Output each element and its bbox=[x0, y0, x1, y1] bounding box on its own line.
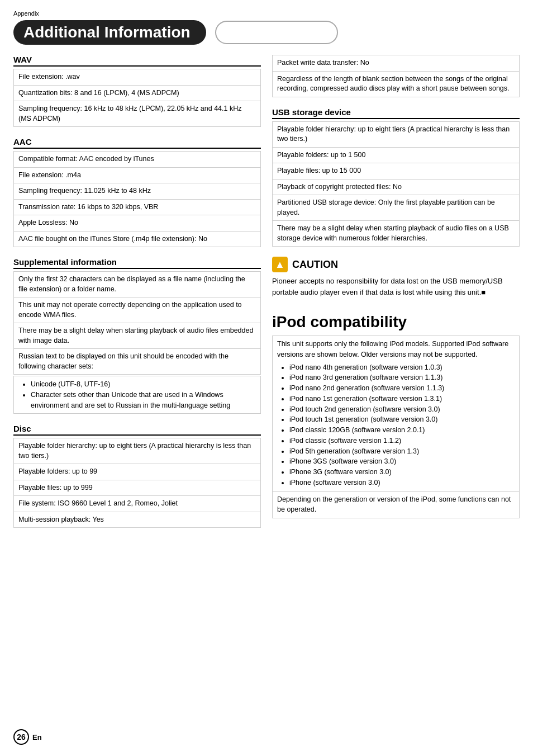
usb-cell: Playback of copyright protected files: N… bbox=[273, 179, 520, 195]
aac-cell: Transmission rate: 16 kbps to 320 kbps, … bbox=[14, 199, 261, 215]
table-row: Partitioned USB storage device: Only the… bbox=[273, 195, 520, 221]
table-row: Playback of copyright protected files: N… bbox=[273, 179, 520, 195]
supplemental-bullet-list: Unicode (UTF-8, UTF-16)Character sets ot… bbox=[31, 379, 256, 410]
list-item: iPod nano 1st generation (software versi… bbox=[289, 394, 515, 404]
ipod-section: iPod compatibility This unit supports on… bbox=[272, 313, 520, 518]
table-row: This unit supports only the following iP… bbox=[273, 336, 520, 492]
list-item: iPod nano 2nd generation (software versi… bbox=[289, 383, 515, 394]
page-lang-label: En bbox=[32, 733, 42, 741]
ipod-table: This unit supports only the following iP… bbox=[272, 336, 520, 518]
table-row: Sampling frequency: 11.025 kHz to 48 kHz bbox=[14, 183, 261, 200]
appendix-label: Appendix bbox=[13, 10, 520, 17]
supplemental-cell: There may be a slight delay when startin… bbox=[14, 323, 261, 349]
disc-continued-table: Packet write data transfer: NoRegardless… bbox=[272, 55, 520, 97]
page-number: 26 bbox=[13, 729, 29, 745]
disc-continued-cell: Packet write data transfer: No bbox=[273, 55, 520, 72]
ipod-title: iPod compatibility bbox=[272, 313, 520, 331]
supplemental-bullets-cell: Unicode (UTF-8, UTF-16)Character sets ot… bbox=[13, 376, 261, 414]
disc-cell: Playable folder hierarchy: up to eight t… bbox=[14, 438, 261, 464]
list-item: iPhone (software version 3.0) bbox=[289, 478, 515, 488]
supplemental-table: Only the first 32 characters can be disp… bbox=[13, 271, 261, 375]
disc-cell: File system: ISO 9660 Level 1 and 2, Rom… bbox=[14, 496, 261, 512]
usb-cell: Playable folder hierarchy: up to eight t… bbox=[273, 121, 520, 147]
list-item: iPod classic 120GB (software version 2.0… bbox=[289, 425, 515, 436]
list-item: iPod 5th generation (software version 1.… bbox=[289, 446, 515, 457]
left-column: WAV File extension: .wavQuantization bit… bbox=[13, 55, 261, 529]
wav-cell: Sampling frequency: 16 kHz to 48 kHz (LP… bbox=[14, 101, 261, 127]
table-row: Only the first 32 characters can be disp… bbox=[14, 272, 261, 297]
list-item: Character sets other than Unicode that a… bbox=[31, 390, 256, 411]
list-item: iPhone 3GS (software version 3.0) bbox=[289, 456, 515, 467]
table-row: There may be a slight delay when startin… bbox=[14, 323, 261, 349]
table-row: Playable folders: up to 99 bbox=[14, 464, 261, 480]
aac-cell: AAC file bought on the iTunes Store (.m4… bbox=[14, 231, 261, 247]
usb-title: USB storage device bbox=[272, 107, 520, 117]
table-row: Quantization bits: 8 and 16 (LPCM), 4 (M… bbox=[14, 85, 261, 101]
page-number-area: 26 En bbox=[13, 729, 42, 745]
disc-title: Disc bbox=[13, 424, 261, 433]
table-row: Multi-session playback: Yes bbox=[14, 512, 261, 528]
caution-text: Pioneer accepts no responsibility for da… bbox=[272, 276, 520, 297]
usb-cell: Playable folders: up to 1 500 bbox=[273, 147, 520, 163]
disc-cell: Playable folders: up to 99 bbox=[14, 464, 261, 480]
caution-title: ▲ CAUTION bbox=[272, 257, 520, 272]
wav-cell: Quantization bits: 8 and 16 (LPCM), 4 (M… bbox=[14, 85, 261, 101]
list-item: iPhone 3G (software version 3.0) bbox=[289, 467, 515, 478]
ipod-intro-cell: This unit supports only the following iP… bbox=[273, 336, 520, 492]
supplemental-cell: Russian text to be displayed on this uni… bbox=[14, 349, 261, 375]
ipod-models-list: iPod nano 4th generation (software versi… bbox=[289, 362, 515, 488]
aac-cell: Sampling frequency: 11.025 kHz to 48 kHz bbox=[14, 183, 261, 200]
wav-table: File extension: .wavQuantization bits: 8… bbox=[13, 69, 261, 127]
usb-cell: Playable files: up to 15 000 bbox=[273, 163, 520, 179]
wav-title: WAV bbox=[13, 55, 261, 64]
table-row: File extension: .m4a bbox=[14, 167, 261, 183]
table-row: Playable files: up to 15 000 bbox=[273, 163, 520, 179]
disc-continued-cell: Regardless of the length of blank sectio… bbox=[273, 71, 520, 97]
caution-box: ▲ CAUTION Pioneer accepts no responsibil… bbox=[272, 257, 520, 297]
ipod-footer-cell: Depending on the generation or version o… bbox=[273, 491, 520, 518]
table-row: Apple Lossless: No bbox=[14, 215, 261, 231]
supplemental-cell: This unit may not operate correctly depe… bbox=[14, 297, 261, 323]
usb-table: Playable folder hierarchy: up to eight t… bbox=[272, 121, 520, 247]
table-row: Sampling frequency: 16 kHz to 48 kHz (LP… bbox=[14, 101, 261, 127]
table-row: Playable folder hierarchy: up to eight t… bbox=[273, 121, 520, 147]
table-row: Playable files: up to 999 bbox=[14, 480, 261, 496]
disc-cell: Playable files: up to 999 bbox=[14, 480, 261, 496]
list-item: iPod nano 3rd generation (software versi… bbox=[289, 372, 515, 383]
aac-cell: File extension: .m4a bbox=[14, 167, 261, 183]
usb-cell: There may be a slight delay when startin… bbox=[273, 221, 520, 247]
table-row: File system: ISO 9660 Level 1 and 2, Rom… bbox=[14, 496, 261, 512]
table-row: Depending on the generation or version o… bbox=[273, 491, 520, 518]
table-row: Russian text to be displayed on this uni… bbox=[14, 349, 261, 375]
table-row: Packet write data transfer: No bbox=[273, 55, 520, 72]
table-row: File extension: .wav bbox=[14, 69, 261, 86]
table-row: AAC file bought on the iTunes Store (.m4… bbox=[14, 231, 261, 247]
aac-title: AAC bbox=[13, 137, 261, 147]
table-row: Regardless of the length of blank sectio… bbox=[273, 71, 520, 97]
table-row: Transmission rate: 16 kbps to 320 kbps, … bbox=[14, 199, 261, 215]
table-row: Playable folders: up to 1 500 bbox=[273, 147, 520, 163]
supplemental-title: Supplemental information bbox=[13, 257, 261, 267]
page-title: Additional Information bbox=[13, 20, 206, 45]
disc-table: Playable folder hierarchy: up to eight t… bbox=[13, 438, 261, 528]
title-bar: Additional Information bbox=[13, 20, 520, 45]
title-oval-decoration bbox=[215, 21, 338, 44]
supplemental-cell: Only the first 32 characters can be disp… bbox=[14, 272, 261, 297]
table-row: Playable folder hierarchy: up to eight t… bbox=[14, 438, 261, 464]
disc-cell: Multi-session playback: Yes bbox=[14, 512, 261, 528]
ipod-intro: This unit supports only the following iP… bbox=[277, 339, 515, 360]
list-item: Unicode (UTF-8, UTF-16) bbox=[31, 379, 256, 390]
aac-cell: Compatible format: AAC encoded by iTunes bbox=[14, 152, 261, 168]
list-item: iPod touch 2nd generation (software vers… bbox=[289, 404, 515, 415]
table-row: Compatible format: AAC encoded by iTunes bbox=[14, 152, 261, 168]
list-item: iPod touch 1st generation (software vers… bbox=[289, 414, 515, 425]
aac-table: Compatible format: AAC encoded by iTunes… bbox=[13, 151, 261, 247]
list-item: iPod nano 4th generation (software versi… bbox=[289, 362, 515, 373]
usb-cell: Partitioned USB storage device: Only the… bbox=[273, 195, 520, 221]
wav-cell: File extension: .wav bbox=[14, 69, 261, 86]
list-item: iPod classic (software version 1.1.2) bbox=[289, 436, 515, 446]
right-column: Packet write data transfer: NoRegardless… bbox=[272, 55, 520, 529]
aac-cell: Apple Lossless: No bbox=[14, 215, 261, 231]
table-row: There may be a slight delay when startin… bbox=[273, 221, 520, 247]
table-row: This unit may not operate correctly depe… bbox=[14, 297, 261, 323]
